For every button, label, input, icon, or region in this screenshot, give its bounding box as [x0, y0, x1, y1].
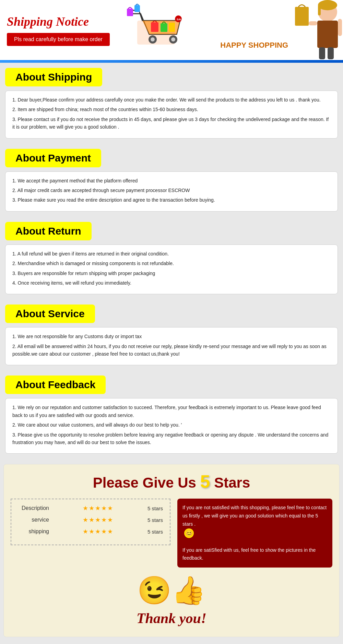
- section-content-feedback: We rely on our reputation and customer s…: [5, 398, 338, 454]
- stars-table: Description★★★★★5 starsservice★★★★★5 sta…: [11, 499, 170, 545]
- stars-count: 5 stars: [147, 529, 163, 535]
- svg-rect-17: [338, 19, 342, 36]
- header-left: Shipping Notice Pls read carefully befor…: [7, 14, 110, 46]
- svg-point-2: [151, 37, 155, 41]
- svg-rect-19: [319, 47, 325, 59]
- five-stars-suffix: Stars: [210, 475, 250, 491]
- person-illustration: [274, 0, 343, 60]
- page-title: Shipping Notice: [7, 14, 110, 29]
- list-item: Please contact us if you do not receive …: [12, 116, 331, 131]
- thank-you-section: 😉👍 Thank you!: [11, 568, 332, 630]
- list-item: All major credit cards are accepted thro…: [12, 187, 331, 194]
- svg-rect-16: [309, 21, 317, 25]
- section-title-feedback: About Feedback: [15, 379, 95, 391]
- section-return: About ReturnA full refund will be given …: [0, 217, 343, 300]
- cart-illustration-area: SALE: [120, 3, 189, 57]
- section-content-payment: We accept the payment method that the pl…: [5, 171, 338, 212]
- list-item: Item are shipped from china; reach most …: [12, 106, 331, 113]
- sections-container: About ShippingDear buyer,Please confirm …: [0, 63, 343, 459]
- section-shipping: About ShippingDear buyer,Please confirm …: [0, 63, 343, 144]
- blue-divider: [0, 60, 343, 63]
- stars-row-label: service: [18, 517, 49, 523]
- five-stars-title: Please Give Us 5 Stars: [11, 471, 332, 492]
- section-header-payment: About Payment: [5, 149, 101, 167]
- svg-rect-10: [127, 9, 133, 16]
- stars-row: Description★★★★★5 stars: [18, 504, 163, 512]
- section-header-return: About Return: [5, 222, 92, 240]
- svg-rect-5: [151, 22, 158, 32]
- wink-icon: 😉👍: [11, 574, 332, 607]
- list-item: Please give us the opportunity to resolv…: [12, 431, 331, 446]
- list-item: Once receiving items, we will refund you…: [12, 279, 331, 287]
- cart-icon: SALE: [123, 3, 185, 57]
- svg-point-13: [318, 0, 337, 10]
- star-icons: ★★★★★: [83, 528, 114, 535]
- svg-rect-7: [169, 23, 175, 32]
- stars-row-label: shipping: [18, 528, 49, 535]
- svg-rect-14: [318, 5, 321, 15]
- thank-you-text: Thank you!: [11, 610, 332, 627]
- stars-info-text-2: If you are satiSfied with us, feel free …: [182, 546, 327, 563]
- section-header-service: About Service: [5, 305, 95, 323]
- list-item: We accept the payment method that the pl…: [12, 177, 331, 184]
- star-icons: ★★★★★: [83, 516, 114, 524]
- section-title-shipping: About Shipping: [15, 71, 92, 83]
- section-header-shipping: About Shipping: [5, 68, 102, 86]
- stars-info-box: If you are not satisfied with this shopp…: [177, 499, 332, 568]
- list-item: We care about our value customers, and w…: [12, 421, 331, 429]
- star-icons: ★★★★★: [83, 504, 114, 512]
- list-item: We are not responsible for any Customs d…: [12, 333, 331, 340]
- svg-text:SALE: SALE: [177, 18, 184, 21]
- list-item: A full refund will be given if items are…: [12, 250, 331, 258]
- section-payment: About PaymentWe accept the payment metho…: [0, 144, 343, 217]
- svg-rect-15: [317, 21, 338, 48]
- list-item: Please make sure you read the entire des…: [12, 196, 331, 204]
- page-header: Shipping Notice Pls read carefully befor…: [0, 0, 343, 60]
- five-number: 5: [200, 472, 210, 491]
- list-item: Merchandise which is damaged or missing …: [12, 260, 331, 267]
- section-content-shipping: Dear buyer,Please confirm your address c…: [5, 91, 338, 139]
- stars-row: shipping★★★★★5 stars: [18, 528, 163, 535]
- stars-count: 5 stars: [147, 517, 163, 523]
- section-content-return: A full refund will be given if items are…: [5, 245, 338, 295]
- svg-rect-18: [295, 7, 309, 26]
- section-service: About ServiceWe are not responsible for …: [0, 299, 343, 370]
- section-title-payment: About Payment: [15, 152, 91, 164]
- stars-info-text-1: If you are not satisfied with this shopp…: [182, 504, 327, 528]
- section-header-feedback: About Feedback: [5, 375, 106, 394]
- stars-row: service★★★★★5 stars: [18, 516, 163, 524]
- svg-rect-20: [328, 47, 334, 59]
- stars-content: Description★★★★★5 starsservice★★★★★5 sta…: [11, 499, 332, 568]
- five-stars-section: Please Give Us 5 Stars Description★★★★★5…: [3, 464, 340, 637]
- read-carefully-banner: Pls read carefully before make order: [7, 33, 110, 46]
- list-item: Buyers are responsible for return shippi…: [12, 270, 331, 277]
- section-title-return: About Return: [15, 225, 81, 237]
- section-content-service: We are not responsible for any Customs d…: [5, 327, 338, 365]
- svg-point-4: [171, 37, 175, 41]
- section-title-service: About Service: [15, 308, 85, 320]
- section-feedback: About FeedbackWe rely on our reputation …: [0, 370, 343, 459]
- list-item: All email will be answered within 24 hou…: [12, 343, 331, 358]
- list-item: We rely on our reputation and customer s…: [12, 404, 331, 419]
- svg-rect-6: [161, 23, 167, 32]
- svg-rect-11: [134, 5, 140, 12]
- stars-count: 5 stars: [147, 505, 163, 511]
- five-stars-prefix: Please Give Us: [93, 475, 200, 491]
- stars-row-label: Description: [18, 505, 49, 511]
- smiley-icon: 😊: [184, 528, 194, 538]
- list-item: Dear buyer,Please confirm your address c…: [12, 96, 331, 104]
